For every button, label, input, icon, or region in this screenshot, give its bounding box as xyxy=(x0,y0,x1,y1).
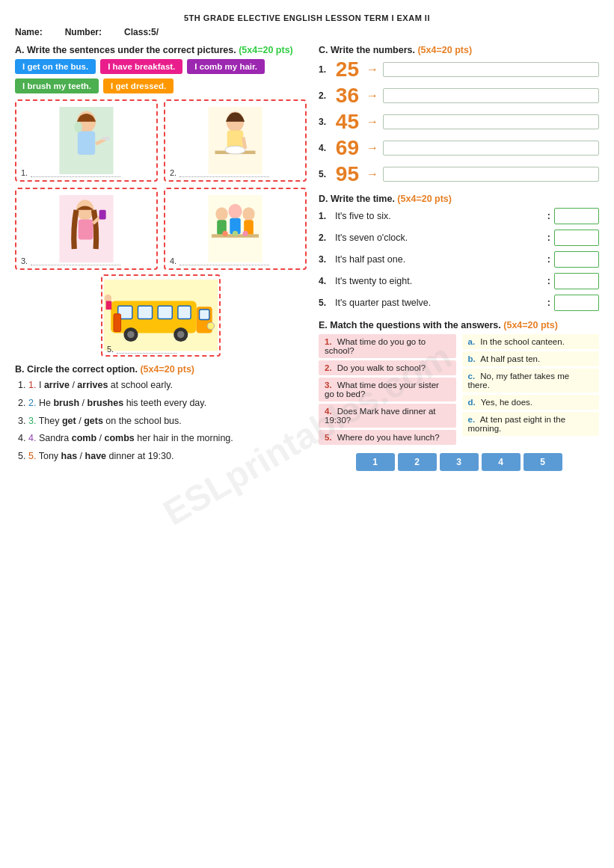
svg-rect-4 xyxy=(102,137,110,141)
pic1-label: 1. xyxy=(21,168,120,177)
write-line-5[interactable] xyxy=(383,167,599,182)
svg-rect-16 xyxy=(99,210,106,220)
tag-dressed: I get dressed. xyxy=(103,79,174,93)
picture-5: 5. xyxy=(101,274,221,357)
time-box-4[interactable] xyxy=(554,273,599,289)
number-items-list: 1. 25 → 2. 36 → 3. 45 → xyxy=(319,59,599,185)
arrow-icon: → xyxy=(366,115,378,129)
answer-e: e. At ten past eight in the morning. xyxy=(462,412,600,436)
svg-rect-41 xyxy=(114,314,121,332)
tags-row: I get on the bus. I have breakfast. I co… xyxy=(15,59,307,93)
main-content: A. Write the sentences under the correct… xyxy=(15,45,599,855)
pic3-label: 3. xyxy=(21,256,120,265)
answer-box-1[interactable]: 1 xyxy=(356,453,395,471)
section-d-header: D. Write the time. (5x4=20 pts) xyxy=(319,194,599,204)
list-item: 5. 95 → xyxy=(319,164,599,185)
svg-point-22 xyxy=(242,207,254,221)
tag-breakfast: I have breakfast. xyxy=(100,59,182,74)
picture-2: 2. xyxy=(164,99,307,182)
time-items-list: 1. It's five to six. : 2. It's seven o'c… xyxy=(319,208,599,311)
svg-point-10 xyxy=(225,146,245,154)
section-a: A. Write the sentences under the correct… xyxy=(15,45,307,357)
pic2-label: 2. xyxy=(170,168,269,177)
answer-a: a. In the school canteen. xyxy=(462,334,600,349)
section-d: D. Write the time. (5x4=20 pts) 1. It's … xyxy=(319,194,599,311)
name-row: Name: Number: Class:5/ xyxy=(15,27,599,37)
svg-rect-2 xyxy=(78,131,95,155)
section-c: C. Write the numbers. (5x4=20 pts) 1. 25… xyxy=(319,45,599,185)
section-b: B. Circle the correct option. (5x4=20 pt… xyxy=(15,364,307,464)
section-e: E. Match the questions with the answers.… xyxy=(319,320,599,471)
answer-b: b. At half past ten. xyxy=(462,351,600,366)
section-b-header: B. Circle the correct option. (5x4=20 pt… xyxy=(15,364,307,375)
list-item: 2. He brush / brushes his teeth every da… xyxy=(28,396,307,410)
arrow-icon: → xyxy=(366,89,378,102)
answer-box-4[interactable]: 4 xyxy=(482,453,521,471)
svg-rect-32 xyxy=(138,307,152,319)
tag-hair: I comb my hair. xyxy=(187,59,265,74)
list-item: 1. I arrive / arrives at school early. xyxy=(28,378,307,393)
picture-1: 1. xyxy=(15,99,158,182)
answer-boxes-row: 1 2 3 4 5 xyxy=(319,453,599,471)
number-label: Number: xyxy=(65,27,102,37)
question-1: 1. What time do you go to school? xyxy=(319,334,456,358)
svg-rect-43 xyxy=(106,301,112,310)
list-item: 5. Tony has / have dinner at 19:30. xyxy=(28,449,307,464)
svg-point-40 xyxy=(207,323,215,330)
page-title: 5TH GRADE ELECTIVE ENGLISH LESSON TERM I… xyxy=(15,13,599,22)
svg-point-18 xyxy=(215,207,227,221)
question-5: 5. Where do you have lunch? xyxy=(319,430,456,445)
svg-rect-33 xyxy=(158,307,172,319)
list-item: 5. It's quarter past twelve. : xyxy=(319,295,599,311)
write-line-2[interactable] xyxy=(383,88,599,103)
list-item: 2. It's seven o'clock. : xyxy=(319,230,599,246)
list-item: 4. It's twenty to eight. : xyxy=(319,273,599,289)
question-4: 4. Does Mark have dinner at 19:30? xyxy=(319,404,456,428)
answers-list: a. In the school canteen. b. At half pas… xyxy=(462,334,600,447)
write-line-3[interactable] xyxy=(383,114,599,129)
svg-point-27 xyxy=(242,231,248,236)
question-2: 2. Do you walk to school? xyxy=(319,360,456,375)
svg-rect-35 xyxy=(200,310,209,319)
question-3: 3. What time does your sister go to bed? xyxy=(319,378,456,401)
right-column: C. Write the numbers. (5x4=20 pts) 1. 25… xyxy=(319,45,599,855)
write-line-1[interactable] xyxy=(383,62,599,77)
answer-box-3[interactable]: 3 xyxy=(440,453,479,471)
answer-c: c. No, my father takes me there. xyxy=(462,369,600,393)
section-a-header: A. Write the sentences under the correct… xyxy=(15,45,307,55)
svg-line-11 xyxy=(243,137,245,148)
section-c-header: C. Write the numbers. (5x4=20 pts) xyxy=(319,45,599,55)
svg-point-37 xyxy=(127,331,135,339)
svg-point-20 xyxy=(228,204,242,219)
left-column: A. Write the sentences under the correct… xyxy=(15,45,307,855)
svg-rect-14 xyxy=(79,219,93,239)
time-box-1[interactable] xyxy=(554,208,599,224)
time-box-3[interactable] xyxy=(554,251,599,268)
list-item: 3. 45 → xyxy=(319,111,599,132)
answer-box-2[interactable]: 2 xyxy=(398,453,437,471)
list-item: 2. 36 → xyxy=(319,85,599,106)
arrow-icon: → xyxy=(366,63,378,76)
answer-d: d. Yes, he does. xyxy=(462,395,600,410)
section-b-list: 1. I arrive / arrives at school early. 2… xyxy=(15,378,307,464)
arrow-icon: → xyxy=(366,141,378,155)
questions-list: 1. What time do you go to school? 2. Do … xyxy=(319,334,456,447)
picture-3: 3. xyxy=(15,188,158,270)
list-item: 4. 69 → xyxy=(319,138,599,158)
svg-point-25 xyxy=(222,231,227,236)
svg-point-5 xyxy=(74,122,82,132)
svg-point-39 xyxy=(177,331,185,339)
time-box-2[interactable] xyxy=(554,230,599,246)
list-item: 3. They get / gets on the school bus. xyxy=(28,414,307,428)
class-label: Class:5/ xyxy=(124,27,159,37)
time-box-5[interactable] xyxy=(554,295,599,311)
name-label: Name: xyxy=(15,27,43,37)
list-item: 4. Sandra comb / combs her hair in the m… xyxy=(28,431,307,446)
pic4-label: 4. xyxy=(170,256,269,265)
svg-point-26 xyxy=(233,231,238,236)
write-line-4[interactable] xyxy=(383,141,599,156)
answer-box-5[interactable]: 5 xyxy=(524,453,562,471)
list-item: 1. 25 → xyxy=(319,59,599,80)
svg-rect-34 xyxy=(178,307,191,319)
picture-5-row: 5. xyxy=(15,274,307,357)
